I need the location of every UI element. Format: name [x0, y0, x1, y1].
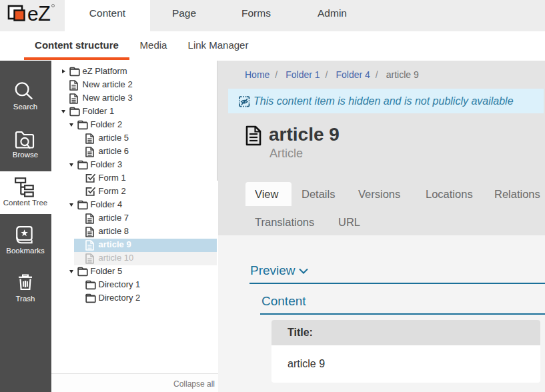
svg-text:e: e [27, 3, 39, 25]
svg-text:Z: Z [38, 2, 51, 25]
